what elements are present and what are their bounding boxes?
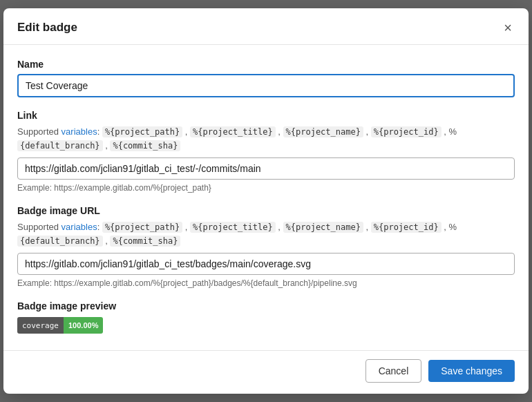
cancel-button[interactable]: Cancel bbox=[365, 359, 422, 383]
badge-image-variables-link[interactable]: variables bbox=[61, 222, 97, 232]
link-variables-text: Supported variables: %{project_path} , %… bbox=[17, 125, 515, 152]
name-field-group: Name bbox=[17, 59, 515, 97]
name-label: Name bbox=[17, 59, 515, 70]
badge-image-example-text: Example: https://example.gitlab.com/%{pr… bbox=[17, 278, 515, 288]
modal-title: Edit badge bbox=[17, 21, 77, 35]
badge-preview: coverage 100.00% bbox=[17, 317, 515, 334]
badge-image-url-field-group: Badge image URL Supported variables: %{p… bbox=[17, 205, 515, 288]
modal-body: Name Link Supported variables: %{project… bbox=[3, 45, 529, 350]
badge-image-variables-prefix: Supported bbox=[17, 222, 61, 232]
link-variables-link[interactable]: variables bbox=[61, 126, 97, 137]
badge-left-text: coverage bbox=[17, 317, 64, 334]
name-input[interactable] bbox=[17, 74, 515, 97]
link-input[interactable] bbox=[17, 157, 515, 180]
edit-badge-modal: Edit badge × Name Link Supported variabl… bbox=[3, 8, 529, 394]
link-field-group: Link Supported variables: %{project_path… bbox=[17, 110, 515, 193]
badge-image-url-input[interactable] bbox=[17, 253, 515, 275]
close-button[interactable]: × bbox=[501, 19, 515, 36]
badge-image-variables-text: Supported variables: %{project_path} , %… bbox=[17, 220, 515, 247]
link-variables-prefix: Supported bbox=[17, 126, 61, 137]
save-changes-button[interactable]: Save changes bbox=[428, 360, 515, 382]
modal-header: Edit badge × bbox=[3, 8, 529, 45]
badge-right-text: 100.00% bbox=[64, 317, 103, 334]
badge-preview-label: Badge image preview bbox=[17, 300, 515, 312]
badge-image-url-label: Badge image URL bbox=[17, 205, 515, 216]
modal-overlay: Edit badge × Name Link Supported variabl… bbox=[0, 0, 532, 402]
modal-footer: Cancel Save changes bbox=[3, 350, 529, 394]
link-label: Link bbox=[17, 110, 515, 121]
badge-preview-section: Badge image preview coverage 100.00% bbox=[17, 300, 515, 334]
link-example-text: Example: https://example.gitlab.com/%{pr… bbox=[17, 183, 515, 193]
